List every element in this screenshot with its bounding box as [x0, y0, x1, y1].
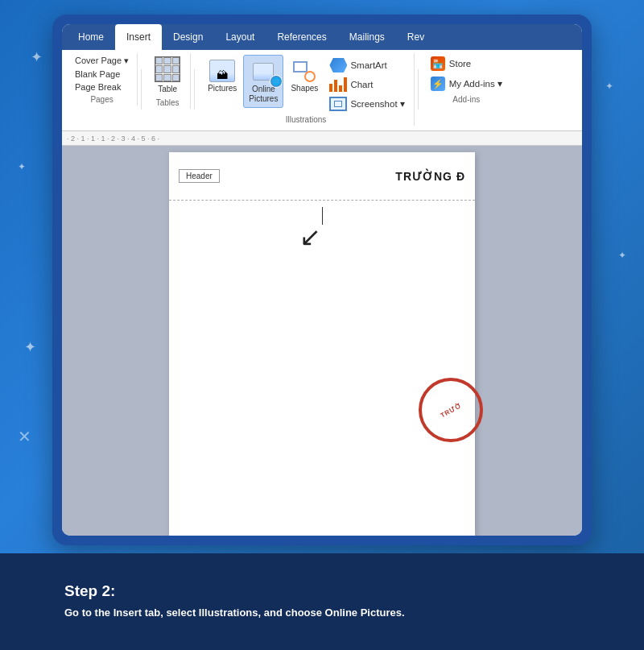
- addins-group-label: Add-ins: [452, 95, 480, 104]
- online-pictures-button[interactable]: 🌐 OnlinePictures: [243, 55, 283, 108]
- shapes-icon: [290, 58, 319, 84]
- chart-icon: [329, 77, 347, 92]
- chart-bar-2: [334, 80, 337, 92]
- table-label: Table: [158, 85, 177, 94]
- tab-bar: Home Insert Design Layout References Mai…: [62, 24, 582, 50]
- chart-bar-1: [329, 84, 332, 92]
- stamp-text: TRƯỜ: [439, 401, 462, 419]
- chart-bar-3: [339, 85, 342, 92]
- tab-insert[interactable]: Insert: [115, 24, 162, 50]
- chart-bar-4: [344, 77, 347, 92]
- document-body: TRƯỜ: [169, 201, 475, 442]
- pages-buttons: Cover Page ▾ Blank Page Page Break: [72, 55, 132, 93]
- store-button[interactable]: 🏪 Store: [427, 55, 476, 72]
- ribbon-group-pages: Cover Page ▾ Blank Page Page Break Pages: [67, 53, 138, 106]
- table-icon: [155, 56, 180, 82]
- star-decoration-1: ✦: [31, 48, 43, 66]
- step-description: Go to the Insert tab, select Illustratio…: [64, 605, 580, 621]
- star-decoration-4: ✦: [605, 81, 613, 92]
- my-addins-label: My Add-ins ▾: [449, 78, 502, 89]
- word-window: Home Insert Design Layout References Mai…: [62, 24, 582, 536]
- blank-page-label: Blank Page: [75, 69, 120, 79]
- pictures-button[interactable]: Pictures: [203, 55, 242, 97]
- shape-circle: [304, 71, 316, 82]
- tab-home[interactable]: Home: [67, 24, 115, 50]
- shapes-label: Shapes: [291, 84, 318, 93]
- page-break-label: Page Break: [75, 82, 121, 92]
- word-window-container: Home Insert Design Layout References Mai…: [52, 14, 592, 545]
- illustrations-group-label: Illustrations: [286, 115, 327, 124]
- ribbon-sep-1: [141, 69, 142, 110]
- screenshot-button[interactable]: Screenshot ▾: [325, 95, 408, 113]
- shapes-button[interactable]: Shapes: [285, 55, 324, 97]
- tab-review[interactable]: Rev: [396, 24, 436, 50]
- table-button[interactable]: Table: [150, 55, 185, 96]
- pictures-label: Pictures: [208, 84, 237, 93]
- tab-references[interactable]: References: [266, 24, 337, 50]
- ruler-markers: · 2 · 1 · 1 · 1 · 2 · 3 · 4 · 5 · 6 ·: [67, 135, 159, 143]
- screenshot-icon: [329, 97, 347, 111]
- smartart-icon: [329, 58, 347, 72]
- stamp-seal: TRƯỜ: [419, 378, 483, 442]
- document-area: Header TRƯỜNG Đ TRƯỜ ↙: [62, 146, 582, 536]
- header-institution-text: TRƯỜNG Đ: [395, 170, 465, 183]
- my-addins-button[interactable]: ⚡ My Add-ins ▾: [427, 75, 506, 93]
- screenshot-label: Screenshot ▾: [350, 98, 404, 110]
- star-decoration-2: ✦: [18, 161, 26, 172]
- illustrations-buttons: Pictures 🌐 OnlinePictures: [203, 55, 409, 113]
- tab-layout[interactable]: Layout: [214, 24, 266, 50]
- step-title: Step 2:: [64, 582, 580, 600]
- ribbon: Cover Page ▾ Blank Page Page Break Pages: [62, 50, 582, 131]
- tables-group-label: Tables: [156, 98, 180, 107]
- page-break-button[interactable]: Page Break: [72, 81, 124, 93]
- ribbon-group-tables: Table Tables: [145, 53, 191, 109]
- smartart-button[interactable]: SmartArt: [325, 56, 408, 74]
- ruler-content: · 2 · 1 · 1 · 1 · 2 · 3 · 4 · 5 · 6 ·: [67, 135, 577, 143]
- tab-design[interactable]: Design: [162, 24, 214, 50]
- blank-page-button[interactable]: Blank Page: [72, 68, 123, 80]
- addins-buttons: 🏪 Store ⚡ My Add-ins ▾: [427, 55, 506, 93]
- tables-buttons: Table: [150, 55, 185, 96]
- chart-label: Chart: [350, 80, 373, 89]
- ribbon-group-addins: 🏪 Store ⚡ My Add-ins ▾ Add-ins: [422, 53, 511, 106]
- ribbon-sep-2: [194, 69, 195, 110]
- star-decoration-5: ✦: [618, 250, 626, 261]
- my-addins-icon: ⚡: [431, 77, 445, 91]
- cover-page-label: Cover Page ▾: [75, 56, 129, 66]
- step-description-area: Step 2: Go to the Insert tab, select Ill…: [0, 553, 644, 650]
- star-decoration-3: ✦: [24, 338, 36, 356]
- pages-group-label: Pages: [90, 95, 113, 104]
- document-header: Header TRƯỜNG Đ: [169, 152, 475, 201]
- tab-mailings[interactable]: Mailings: [338, 24, 396, 50]
- store-icon: 🏪: [431, 56, 445, 71]
- op-globe-icon: 🌐: [270, 75, 283, 88]
- cover-page-button[interactable]: Cover Page ▾: [72, 55, 132, 67]
- ruler: · 2 · 1 · 1 · 1 · 2 · 3 · 4 · 5 · 6 ·: [62, 131, 582, 146]
- online-pictures-icon: 🌐: [249, 59, 278, 85]
- shape-rectangle: [293, 61, 308, 72]
- cross-decoration-1: ✕: [18, 427, 31, 446]
- document-page: Header TRƯỜNG Đ TRƯỜ ↙: [169, 152, 475, 536]
- ribbon-group-illustrations: Pictures 🌐 OnlinePictures: [198, 53, 415, 126]
- ribbon-sep-3: [418, 69, 419, 110]
- header-label-tag: Header: [179, 169, 220, 183]
- store-label: Store: [449, 59, 472, 68]
- chart-button[interactable]: Chart: [325, 76, 408, 93]
- pictures-icon: [208, 58, 237, 84]
- smartart-label: SmartArt: [350, 60, 386, 70]
